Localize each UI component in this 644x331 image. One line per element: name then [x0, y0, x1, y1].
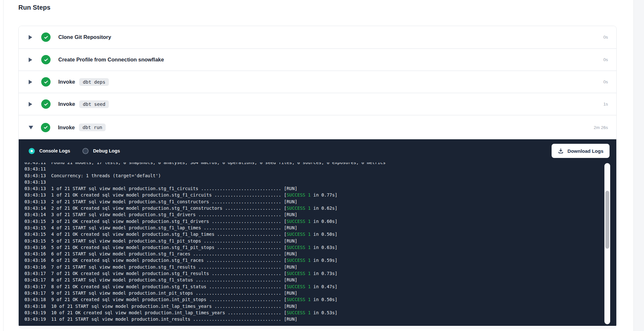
step-title: Create Profile from Connection snowflake	[58, 57, 164, 63]
log-line: 03:43:13	[24, 179, 616, 185]
step-title: Invoke	[58, 79, 75, 85]
step-title: Invoke	[58, 124, 75, 131]
log-line: 03:43:18 9 of 21 OK created sql view mod…	[24, 296, 616, 303]
log-scrollbar-track[interactable]	[604, 163, 610, 324]
chevron-down-icon[interactable]	[29, 126, 33, 129]
step-duration: 0s	[603, 35, 608, 40]
step-duration: 1s	[603, 102, 608, 106]
log-line: 03:43:19 10 of 21 OK created sql view mo…	[24, 309, 616, 316]
tab-console-logs[interactable]: Console Logs	[29, 148, 70, 154]
log-line: 03:43:13 1 of 21 OK created sql view mod…	[24, 192, 616, 198]
right-panel-edge	[633, 0, 644, 331]
log-line: 03:43:14 2 of 21 OK created sql view mod…	[24, 205, 616, 211]
step-success-icon	[41, 123, 50, 132]
log-success-status: SUCCESS 1	[287, 232, 311, 237]
step-command-chip: dbt run	[79, 124, 106, 131]
log-success-status: SUCCESS 1	[287, 310, 311, 315]
page: Run Steps Clone Git Repository0sCreate P…	[0, 0, 644, 331]
log-line: 03:43:17 8 of 21 START sql view model pr…	[24, 277, 616, 283]
radio-unselected-icon[interactable]	[82, 148, 89, 154]
step-success-icon	[41, 99, 51, 109]
chevron-right-icon[interactable]	[29, 35, 32, 40]
log-line: 03:43:11	[24, 166, 616, 172]
step-row[interactable]: Invokedbt seed1s	[19, 93, 616, 115]
log-line: 03:43:15 4 of 21 START sql view model pr…	[24, 225, 616, 231]
log-line: 03:43:13 1 of 21 START sql view model pr…	[24, 185, 616, 192]
log-line: 03:43:15 5 of 21 START sql view model pr…	[24, 238, 616, 244]
chevron-right-icon[interactable]	[29, 102, 32, 106]
step-command-chip: dbt seed	[79, 100, 109, 108]
log-line: 03:43:17 7 of 21 OK created sql view mod…	[24, 270, 616, 277]
log-line: 03:43:16 7 of 21 START sql view model pr…	[24, 264, 616, 270]
run-steps-list: Clone Git Repository0sCreate Profile fro…	[19, 26, 616, 139]
download-logs-label: Download Logs	[567, 148, 603, 154]
chevron-right-icon[interactable]	[29, 80, 32, 84]
page-title: Run Steps	[18, 4, 51, 11]
log-success-status: SUCCESS 1	[287, 297, 311, 302]
log-line: 03:43:18 10 of 21 START sql view model p…	[24, 303, 616, 309]
log-line: 03:43:16 5 of 21 OK created sql view mod…	[24, 244, 616, 251]
radio-selected-icon[interactable]	[29, 148, 35, 154]
console-logs-label: Console Logs	[39, 148, 70, 153]
log-success-status: SUCCESS 1	[287, 284, 311, 289]
log-success-status: SUCCESS 1	[287, 219, 311, 224]
log-line: 03:43:14 3 of 21 START sql view model pr…	[24, 211, 616, 218]
log-line: 03:43:17 8 of 21 OK created sql view mod…	[24, 283, 616, 290]
log-line: 03:43:19 11 of 21 START sql view model p…	[24, 316, 616, 322]
step-success-icon	[41, 32, 51, 42]
log-success-status: SUCCESS 1	[287, 192, 311, 198]
console-log-output[interactable]: 03:43:11 Found 21 models, 17 tests, 0 sn…	[19, 162, 616, 326]
step-title: Invoke	[58, 101, 75, 107]
log-line: 03:43:16 6 of 21 OK created sql view mod…	[24, 257, 616, 263]
chevron-right-icon[interactable]	[29, 58, 32, 62]
run-steps-card: Clone Git Repository0sCreate Profile fro…	[18, 26, 617, 328]
log-lines: 03:43:11 Found 21 models, 17 tests, 0 sn…	[19, 162, 616, 322]
tab-debug-logs[interactable]: Debug Logs	[82, 148, 120, 154]
step-row[interactable]: Clone Git Repository0s	[19, 26, 616, 48]
download-logs-button[interactable]: Download Logs	[552, 144, 610, 158]
log-success-status: SUCCESS 1	[287, 245, 311, 250]
log-line: 03:43:16 6 of 21 START sql view model pr…	[24, 251, 616, 257]
step-title: Clone Git Repository	[58, 34, 111, 40]
step-row[interactable]: Invokedbt run2m 26s	[19, 115, 616, 139]
step-duration: 0s	[603, 57, 608, 62]
log-line: 03:43:11 Found 21 models, 17 tests, 0 sn…	[24, 162, 616, 166]
log-scrollbar-thumb[interactable]	[605, 191, 609, 249]
console-panel: Console Logs Debug Logs Download Logs 03…	[19, 139, 616, 326]
step-command-chip: dbt deps	[79, 78, 109, 86]
step-duration: 0s	[603, 79, 608, 84]
left-divider	[3, 0, 4, 331]
log-line: 03:43:15 3 of 21 OK created sql view mod…	[24, 218, 616, 225]
step-row[interactable]: Create Profile from Connection snowflake…	[19, 48, 616, 70]
step-success-icon	[41, 55, 51, 64]
step-duration: 2m 26s	[594, 125, 608, 130]
log-line: 03:43:13 Concurrency: 1 threads (target=…	[24, 172, 616, 179]
log-success-status: SUCCESS 1	[287, 206, 311, 211]
log-line: 03:43:17 9 of 21 START sql view model pr…	[24, 290, 616, 296]
debug-logs-label: Debug Logs	[93, 148, 120, 153]
log-success-status: SUCCESS 1	[287, 271, 311, 276]
log-line: 03:43:13 2 of 21 START sql view model pr…	[24, 198, 616, 205]
step-success-icon	[41, 77, 51, 87]
log-line: 03:43:15 4 of 21 OK created sql view mod…	[24, 231, 616, 237]
step-row[interactable]: Invokedbt deps0s	[19, 70, 616, 93]
download-icon	[558, 148, 564, 154]
console-header: Console Logs Debug Logs Download Logs	[19, 139, 616, 159]
log-success-status: SUCCESS 1	[287, 258, 311, 263]
